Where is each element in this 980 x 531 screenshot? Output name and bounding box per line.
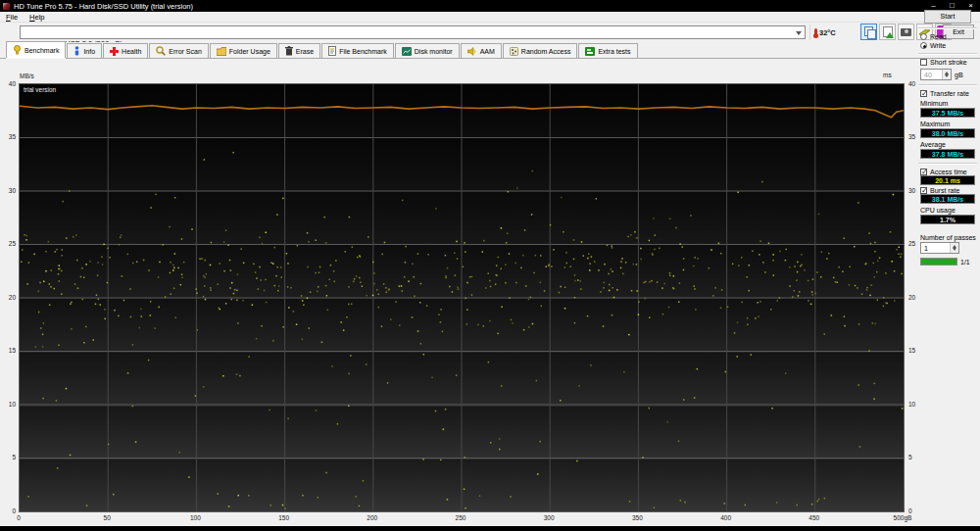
drive-select[interactable]: KESU USB 3.0 (500 gB) (20, 25, 806, 39)
axis-tick: 20 (908, 294, 915, 301)
y-axis-unit-right: ms (883, 72, 892, 78)
write-radio[interactable] (920, 42, 927, 49)
axis-tick: 30 (2, 187, 16, 194)
separator (918, 84, 977, 86)
axis-tick: 0 (2, 507, 16, 514)
temperature-indicator[interactable]: 32°C (809, 24, 836, 40)
folder-usage-icon (217, 47, 226, 56)
random-access-icon (510, 47, 518, 56)
transfer-rate-checkbox[interactable] (920, 90, 927, 97)
chart-canvas (20, 84, 904, 511)
axis-tick: 15 (908, 347, 915, 354)
tab-extra-tests[interactable]: Extra tests (578, 43, 637, 58)
app-icon (3, 3, 10, 10)
tab-label: Erase (296, 48, 314, 55)
access-time-value: 20.1 ms (920, 175, 975, 185)
window-title: HD Tune Pro 5.75 - Hard Disk/SSD Utility… (14, 2, 193, 11)
axis-tick: 20 (2, 294, 16, 301)
axis-tick: 25 (2, 240, 16, 247)
y-axis-unit-left: MB/s (20, 72, 34, 79)
camera-icon (901, 28, 911, 36)
minimum-value: 37.5 MB/s (920, 108, 975, 118)
menu-bar: File Help (0, 12, 980, 23)
burst-rate-checkbox[interactable] (920, 187, 927, 194)
benchmark-icon (13, 45, 22, 55)
spinner-arrows-icon[interactable] (942, 70, 951, 79)
access-time-label: Access time (930, 169, 967, 175)
axis-tick: 10 (2, 401, 16, 408)
axis-tick: 0 (908, 507, 912, 514)
write-label: Write (930, 42, 946, 49)
menu-file[interactable]: File (0, 12, 24, 23)
copy-button[interactable] (860, 24, 877, 40)
burst-rate-label: Burst rate (930, 187, 959, 194)
temperature-value: 32°C (819, 28, 836, 37)
tab-file-benchmark[interactable]: File Benchmark (321, 43, 394, 58)
title-bar: HD Tune Pro 5.75 - Hard Disk/SSD Utility… (0, 0, 980, 12)
transfer-rate-label: Transfer rate (930, 90, 969, 97)
separator (918, 163, 977, 165)
read-label: Read (930, 33, 947, 40)
screenshot-button[interactable] (898, 24, 914, 40)
write-option[interactable]: Write (920, 42, 978, 49)
axis-tick: 35 (2, 133, 16, 140)
start-button[interactable]: Start (924, 10, 971, 24)
benchmark-view: MB/s ms trial version 404035353030252520… (0, 59, 980, 526)
access-time-checkbox[interactable] (920, 169, 927, 175)
tab-health[interactable]: Health (103, 43, 148, 58)
tab-erase[interactable]: Erase (278, 43, 320, 58)
copy-icon (864, 26, 874, 37)
passes-label: Number of passes (920, 234, 978, 241)
axis-tick: 150 (278, 514, 289, 521)
axis-tick: 250 (456, 514, 466, 521)
thermometer-icon (814, 28, 817, 37)
short-stroke-checkbox[interactable] (920, 59, 927, 66)
tab-label: Folder Usage (229, 48, 270, 55)
access-time-option[interactable]: Access time (920, 169, 978, 175)
short-stroke-option[interactable]: Short stroke (920, 59, 978, 66)
health-icon (110, 47, 119, 56)
axis-tick: 200 (367, 514, 377, 521)
app-window: HD Tune Pro 5.75 - Hard Disk/SSD Utility… (0, 0, 980, 526)
axis-tick: 300 (544, 514, 555, 521)
trial-watermark: trial version (24, 86, 56, 93)
tab-folder-usage[interactable]: Folder Usage (210, 43, 277, 58)
spinner-arrows-icon[interactable] (950, 243, 958, 253)
read-radio[interactable] (920, 33, 927, 40)
tab-label: File Benchmark (339, 48, 387, 55)
tab-disk-monitor[interactable]: Disk monitor (395, 43, 460, 58)
axis-tick: 0 (17, 514, 21, 521)
axis-tick: 50 (104, 514, 111, 521)
tab-benchmark[interactable]: Benchmark (6, 41, 66, 58)
maximum-value: 38.0 MB/s (920, 128, 975, 138)
tab-error-scan[interactable]: Error Scan (149, 43, 208, 58)
tab-random-access[interactable]: Random Access (503, 43, 578, 58)
save-button[interactable] (879, 24, 896, 40)
cpu-usage-value: 1.7% (920, 215, 975, 224)
aam-icon (467, 47, 477, 56)
tab-label: AAM (480, 48, 495, 55)
progress-bar (920, 258, 957, 266)
menu-help[interactable]: Help (24, 12, 50, 23)
separator (918, 53, 977, 55)
axis-tick: 30 (908, 187, 915, 194)
burst-rate-option[interactable]: Burst rate (920, 187, 978, 194)
axis-tick: 40 (908, 80, 915, 87)
minimum-label: Minimum (920, 100, 978, 107)
axis-tick: 25 (908, 240, 915, 247)
average-label: Average (920, 141, 978, 148)
tab-info[interactable]: Info (67, 43, 102, 58)
short-stroke-unit: gB (955, 72, 963, 78)
extra-tests-icon (585, 47, 595, 56)
progress-label: 1/1 (960, 259, 970, 266)
read-option[interactable]: Read (920, 33, 978, 40)
passes-input[interactable]: 1 (920, 242, 959, 254)
short-stroke-label: Short stroke (930, 59, 967, 66)
transfer-rate-option[interactable]: Transfer rate (920, 90, 978, 97)
short-stroke-size-value: 40 (924, 72, 932, 78)
tab-label: Disk monitor (415, 48, 453, 55)
axis-tick: 15 (2, 347, 16, 354)
tab-aam[interactable]: AAM (461, 43, 502, 58)
short-stroke-size-input[interactable]: 40 (920, 69, 952, 80)
info-icon (74, 46, 80, 56)
